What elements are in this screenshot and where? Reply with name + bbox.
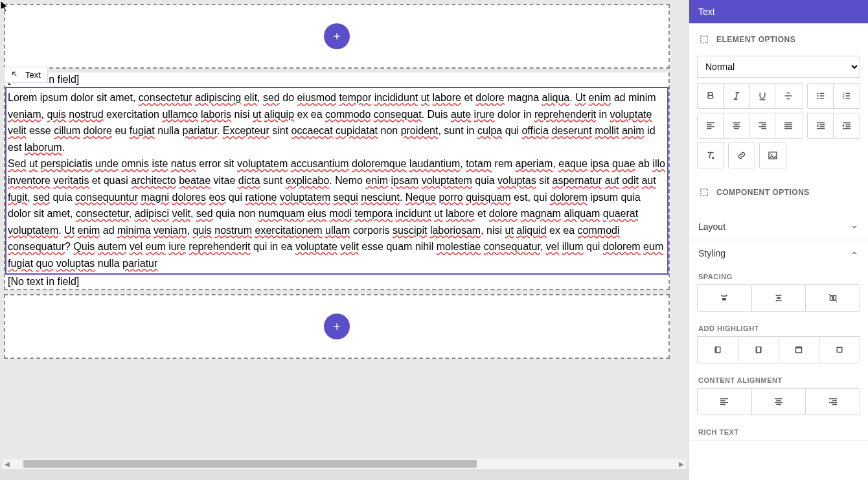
align-justify-button[interactable] <box>775 113 801 138</box>
layout-accordion-toggle[interactable]: Layout <box>689 214 868 240</box>
dropzone-bottom[interactable] <box>4 294 670 359</box>
svg-rect-18 <box>760 347 761 353</box>
indent-button[interactable] <box>808 113 834 138</box>
align-left-button[interactable] <box>698 113 724 138</box>
strikethrough-button[interactable] <box>775 84 801 108</box>
bold-icon <box>705 90 716 102</box>
plus-icon <box>332 31 342 41</box>
align-right-icon <box>757 120 768 131</box>
empty-text-placeholder-bottom[interactable]: [No text in field] <box>5 275 668 289</box>
bullet-list-button[interactable] <box>808 84 834 108</box>
bullet-list-icon <box>815 90 827 102</box>
numbered-list-button[interactable]: 123 <box>834 84 860 108</box>
highlight-4-button[interactable] <box>819 337 860 363</box>
underline-icon <box>757 90 768 102</box>
selection-dashed-icon <box>698 187 710 198</box>
numbered-list-icon: 123 <box>841 90 852 102</box>
text-editor-body[interactable]: Lorem ipsum dolor sit amet, consectetur … <box>5 87 668 275</box>
chevron-down-icon <box>850 222 859 231</box>
content-alignment-label: CONTENT ALIGNMENT <box>689 370 868 388</box>
sidebar-title: Text <box>689 0 868 23</box>
scroll-left-arrow-icon[interactable]: ◀ <box>3 459 12 468</box>
align-justify-icon <box>782 120 794 131</box>
italic-icon <box>731 90 742 102</box>
outdent-button[interactable] <box>834 113 860 138</box>
bold-button[interactable] <box>698 84 724 108</box>
highlight-2-button[interactable] <box>738 337 779 363</box>
svg-rect-11 <box>777 297 781 299</box>
highlight-1-icon <box>712 344 724 356</box>
text-component[interactable]: [No text in field] Lorem ipsum dolor sit… <box>4 73 670 290</box>
svg-rect-15 <box>715 347 716 353</box>
plus-icon <box>332 321 342 332</box>
paragraph-1[interactable]: Lorem ipsum dolor sit amet, consectetur … <box>8 89 666 155</box>
highlight-3-button[interactable] <box>779 337 820 363</box>
image-icon <box>767 150 779 161</box>
highlight-group <box>697 336 860 363</box>
element-type-popup[interactable]: Text <box>4 67 48 83</box>
align-right-button[interactable] <box>749 113 775 138</box>
content-align-left-button[interactable] <box>698 389 752 415</box>
link-button[interactable] <box>729 143 755 168</box>
svg-rect-17 <box>756 347 757 353</box>
spacing-label: SPACING <box>689 266 868 284</box>
spacing-none-button[interactable] <box>806 285 860 311</box>
highlight-label: ADD HIGHLIGHT <box>689 318 868 336</box>
paragraph-2[interactable]: Sed ut perspiciatis unde omnis iste natu… <box>8 155 666 271</box>
add-block-button[interactable] <box>324 314 350 339</box>
clear-format-button[interactable] <box>698 143 724 168</box>
clear-format-icon <box>705 150 716 161</box>
svg-point-1 <box>817 93 818 94</box>
image-button[interactable] <box>760 143 786 168</box>
content-align-center-button[interactable] <box>752 389 806 415</box>
svg-rect-10 <box>722 298 726 301</box>
svg-rect-20 <box>796 347 802 349</box>
strikethrough-icon <box>782 90 794 102</box>
align-left-icon <box>705 120 716 131</box>
outdent-icon <box>841 120 852 131</box>
align-center-icon <box>773 396 784 407</box>
highlight-4-icon <box>834 344 845 356</box>
element-type-label: Text <box>25 70 41 80</box>
svg-text:3: 3 <box>843 97 845 100</box>
content-align-right-button[interactable] <box>806 389 860 415</box>
chevron-up-icon <box>850 249 859 258</box>
spacing-default-icon <box>718 292 730 304</box>
horizontal-scrollbar[interactable]: ◀ ▶ <box>3 459 686 469</box>
svg-rect-0 <box>701 36 708 43</box>
spacing-group <box>697 284 860 312</box>
text-style-select[interactable]: Normal <box>697 56 860 78</box>
scrollbar-thumb[interactable] <box>23 460 477 468</box>
svg-point-3 <box>817 98 818 99</box>
svg-point-2 <box>817 95 818 97</box>
properties-sidebar: Text ELEMENT OPTIONS Normal 123 <box>689 0 868 480</box>
svg-rect-9 <box>701 189 708 196</box>
dropzone-top[interactable] <box>4 4 670 69</box>
component-options-header: COMPONENT OPTIONS <box>689 176 868 205</box>
editor-canvas[interactable]: [No text in field] Lorem ipsum dolor sit… <box>0 0 689 469</box>
align-left-icon <box>718 396 730 407</box>
add-block-button[interactable] <box>324 23 350 49</box>
spacing-compact-button[interactable] <box>752 285 806 311</box>
spacing-compact-icon <box>773 292 784 304</box>
scroll-right-arrow-icon[interactable]: ▶ <box>677 459 686 468</box>
element-options-header: ELEMENT OPTIONS <box>689 23 868 52</box>
highlight-2-icon <box>753 344 764 356</box>
spacing-none-icon <box>827 292 839 304</box>
highlight-1-button[interactable] <box>698 337 738 363</box>
align-center-icon <box>731 120 742 131</box>
align-right-icon <box>827 396 839 407</box>
selection-icon <box>698 34 710 45</box>
underline-button[interactable] <box>749 84 775 108</box>
empty-text-placeholder-top[interactable]: [No text in field] <box>5 73 668 87</box>
italic-button[interactable] <box>724 84 749 108</box>
styling-accordion-toggle[interactable]: Styling <box>689 240 868 266</box>
richtext-label: RICH TEXT <box>689 422 868 440</box>
content-alignment-group <box>697 388 860 415</box>
indent-icon <box>815 120 827 131</box>
svg-point-8 <box>771 154 772 155</box>
spacing-default-button[interactable] <box>698 285 752 311</box>
align-center-button[interactable] <box>724 113 749 138</box>
up-left-arrow-icon <box>11 71 20 80</box>
svg-rect-22 <box>838 348 841 352</box>
